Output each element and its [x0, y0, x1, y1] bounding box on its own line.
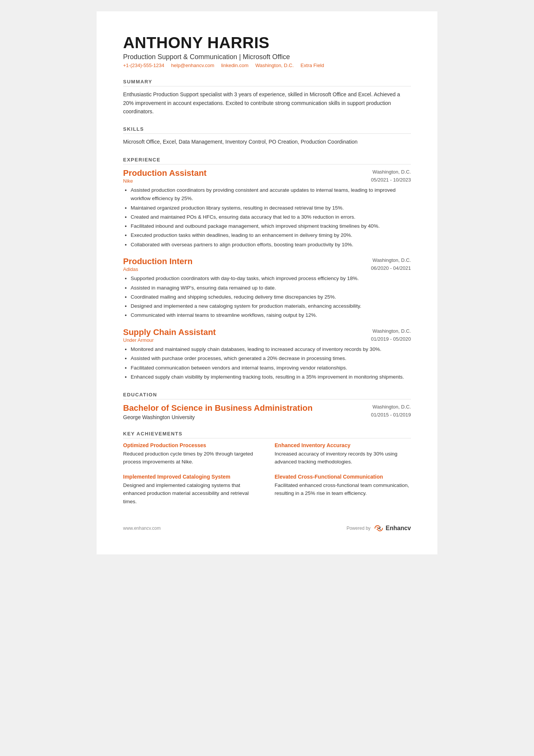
bullet-item: Coordinated mailing and shipping schedul… [131, 293, 411, 301]
candidate-title: Production Support & Communication | Mic… [123, 53, 411, 61]
contact-phone: +1-(234)-555-1234 [123, 63, 164, 68]
achievement-desc-2: Designed and implemented cataloging syst… [123, 481, 259, 506]
job-entry-0: Production Assistant Nike Washington, D.… [123, 168, 411, 249]
job-dates-1: 06/2020 - 04/2021 [371, 265, 411, 272]
powered-by-label: Powered by [347, 526, 370, 531]
achievement-title-1: Enhanced Inventory Accuracy [275, 442, 411, 448]
contact-linkedin: linkedin.com [221, 63, 248, 68]
bullet-item: Facilitated inbound and outbound package… [131, 222, 411, 230]
job-bullets-2: Monitored and maintained supply chain da… [131, 345, 411, 381]
page-footer: www.enhancv.com Powered by Enhancv [123, 521, 411, 532]
achievements-label: KEY ACHIEVEMENTS [123, 431, 411, 438]
job-bullets-1: Supported production coordinators with d… [131, 274, 411, 319]
summary-label: SUMMARY [123, 79, 411, 86]
job-title-1: Production Intern [123, 257, 192, 266]
summary-text: Enthusiastic Production Support speciali… [123, 90, 411, 116]
skills-section: SKILLS Microsoft Office, Excel, Data Man… [123, 126, 411, 146]
job-location-1: Washington, D.C. [371, 257, 411, 265]
bullet-item: Communicated with internal teams to stre… [131, 311, 411, 319]
bullet-item: Assisted with purchase order processes, … [131, 354, 411, 363]
bullet-item: Supported production coordinators with d… [131, 274, 411, 283]
candidate-name: ANTHONY HARRIS [123, 34, 411, 52]
education-label: EDUCATION [123, 392, 411, 399]
achievement-0: Optimized Production Processes Reduced p… [123, 442, 259, 466]
experience-section: EXPERIENCE Production Assistant Nike Was… [123, 157, 411, 381]
achievements-section: KEY ACHIEVEMENTS Optimized Production Pr… [123, 431, 411, 506]
bullet-item: Monitored and maintained supply chain da… [131, 345, 411, 354]
achievements-grid: Optimized Production Processes Reduced p… [123, 442, 411, 506]
contact-email: help@enhancv.com [171, 63, 214, 68]
education-section: EDUCATION Bachelor of Science in Busines… [123, 392, 411, 420]
footer-brand: Powered by Enhancv [347, 525, 411, 532]
achievement-desc-0: Reduced production cycle times by 20% th… [123, 450, 259, 466]
bullet-item: Collaborated with overseas partners to a… [131, 241, 411, 249]
achievement-2: Implemented Improved Cataloging System D… [123, 474, 259, 506]
job-title-2: Supply Chain Assistant [123, 327, 216, 337]
job-dates-0: 05/2021 - 10/2023 [371, 176, 411, 184]
resume-page: ANTHONY HARRIS Production Support & Comm… [97, 11, 437, 554]
summary-section: SUMMARY Enthusiastic Production Support … [123, 79, 411, 116]
brand-name: Enhancv [386, 525, 411, 532]
contact-line: +1-(234)-555-1234 help@enhancv.com linke… [123, 63, 411, 68]
job-location-2: Washington, D.C. [371, 327, 411, 335]
contact-location: Washington, D.C. [255, 63, 294, 68]
header: ANTHONY HARRIS Production Support & Comm… [123, 34, 411, 68]
job-dates-2: 01/2019 - 05/2020 [371, 335, 411, 343]
achievement-title-0: Optimized Production Processes [123, 442, 259, 448]
job-entry-2: Supply Chain Assistant Under Armour Wash… [123, 327, 411, 381]
job-bullets-0: Assisted production coordinators by prov… [131, 186, 411, 249]
enhancv-logo: Enhancv [373, 525, 411, 532]
bullet-item: Facilitated communication between vendor… [131, 364, 411, 372]
footer-url: www.enhancv.com [123, 526, 161, 531]
job-location-date-2: Washington, D.C. 01/2019 - 05/2020 [371, 327, 411, 343]
job-location-date-0: Washington, D.C. 05/2021 - 10/2023 [371, 168, 411, 184]
edu-dates-0: 01/2015 - 01/2019 [371, 411, 411, 419]
job-company-0: Nike [123, 178, 206, 184]
enhancv-logo-icon [373, 525, 384, 532]
job-company-1: Adidas [123, 266, 192, 272]
bullet-item: Created and maintained POs & HFCs, ensur… [131, 213, 411, 221]
achievement-title-2: Implemented Improved Cataloging System [123, 474, 259, 480]
edu-location-date-0: Washington, D.C. 01/2015 - 01/2019 [371, 403, 411, 419]
achievement-title-3: Elevated Cross-Functional Communication [275, 474, 411, 480]
job-location-0: Washington, D.C. [371, 168, 411, 176]
job-title-0: Production Assistant [123, 168, 206, 178]
achievement-1: Enhanced Inventory Accuracy Increased ac… [275, 442, 411, 466]
job-entry-1: Production Intern Adidas Washington, D.C… [123, 257, 411, 320]
bullet-item: Assisted in managing WIP's, ensuring dat… [131, 284, 411, 292]
edu-location-0: Washington, D.C. [371, 403, 411, 411]
skills-text: Microsoft Office, Excel, Data Management… [123, 138, 411, 146]
achievement-desc-1: Increased accuracy of inventory records … [275, 450, 411, 466]
bullet-item: Executed production tasks within deadlin… [131, 231, 411, 239]
bullet-item: Designed and implemented a new catalogin… [131, 302, 411, 310]
bullet-item: Enhanced supply chain visibility by impl… [131, 373, 411, 381]
job-company-2: Under Armour [123, 337, 216, 343]
bullet-item: Maintained organized production library … [131, 204, 411, 212]
edu-entry-0: Bachelor of Science in Business Administ… [123, 403, 411, 420]
contact-extra: Extra Field [301, 63, 324, 68]
edu-degree-0: Bachelor of Science in Business Administ… [123, 403, 312, 413]
skills-label: SKILLS [123, 126, 411, 134]
job-location-date-1: Washington, D.C. 06/2020 - 04/2021 [371, 257, 411, 272]
bullet-item: Assisted production coordinators by prov… [131, 186, 411, 203]
achievement-3: Elevated Cross-Functional Communication … [275, 474, 411, 506]
edu-institution-0: George Washington University [123, 414, 312, 420]
achievement-desc-3: Facilitated enhanced cross-functional te… [275, 481, 411, 498]
experience-label: EXPERIENCE [123, 157, 411, 164]
